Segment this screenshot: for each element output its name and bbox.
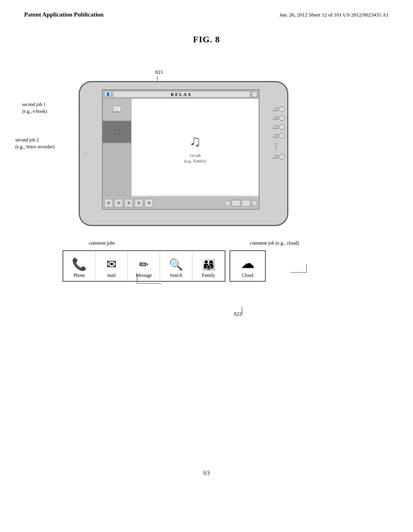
topbar-title: RELAX [113,91,250,98]
bottom-rect-2 [242,200,250,206]
header-left: Patent Application Publication [24,11,104,18]
right-btn-5 [279,154,285,160]
message-label: Message [136,273,152,278]
job-item-message: ✏ Message [128,251,160,281]
screen-topbar: 👤 RELAX [102,90,259,99]
cloud-label: Cloud [242,273,253,278]
mail-label: mail [107,273,115,278]
caption: (c) [203,470,210,476]
common-jobs-label: common jobs [89,240,115,246]
menu-label: menu [275,143,278,151]
sidebar-bottom [102,143,131,196]
screen-sidebar: 📖 🎵 [102,99,131,196]
right-btn-4 [279,133,285,139]
sidebar-book-item: 📖 [102,99,131,121]
topbar-close [252,91,257,97]
phone-icon: 📞 [72,257,87,271]
device-shell: 👤 RELAX 📖 🎵 ♫ 1st job(e.g., Fa [79,81,288,226]
job-item-search: 🔍 Search [160,251,192,281]
music-icon: ♫ [189,131,201,150]
search-icon: 🔍 [169,258,183,271]
screen-body: 📖 🎵 ♫ 1st job(e.g., Family) [102,99,259,196]
phone-label: Phone [73,273,85,278]
message-icon: ✏ [139,258,148,271]
annotation-job2: second job 2 (e.g., Voice recorder) [15,137,54,151]
rbtn-label-3: App Name [268,125,278,129]
right-buttons-group: App Name App Name App Name App Name menu [268,106,285,160]
device-left-indicator: ◁ [83,152,87,156]
cloud-job-label: common job (e.g., cloud) [250,240,299,246]
bottom-btn-1: ⊘ [104,199,113,208]
cloud-box: ☁ Cloud [229,250,266,282]
screen-main-content: ♫ 1st job(e.g., Family) [131,99,259,196]
label-822: 822 [234,311,242,317]
annotation-job1: second job 1 (e.g., e-book) [22,101,47,115]
search-label: Search [170,273,182,278]
header-right: Jan. 26, 2012 Sheet 12 of 101 US 2012/00… [280,12,389,18]
sidebar-photo-item: 🎵 [102,121,131,143]
bottom-btn-5: ⊘ [144,199,153,208]
bottom-btn-3: ⊘ [124,199,133,208]
job-label: 1st job(e.g., Family) [184,153,206,164]
common-jobs-section: 📞 Phone ✉ mail ✏ Message 🔍 Search 👨‍👩‍👧 … [63,250,266,282]
bottom-rect-1 [232,200,240,206]
right-btn-1 [279,106,285,112]
family-icon: 👨‍👩‍👧 [202,258,216,271]
device-wrapper: 👤 RELAX 📖 🎵 ♫ 1st job(e.g., Fa [79,81,288,226]
header: Patent Application Publication Jan. 26, … [0,0,413,18]
rbtn-label-1: App Name [268,107,278,112]
figure-title: FIG. 8 [0,34,413,45]
job-item-phone: 📞 Phone [63,251,96,281]
bottom-circle-2 [252,200,257,206]
right-btn-3 [279,124,285,130]
rbtn-label-2: App Name [268,116,278,121]
bottom-btn-2: ⊘ [114,199,123,208]
mail-icon: ✉ [106,257,117,271]
bottom-circle-1 [225,200,230,206]
job-item-mail: ✉ mail [96,251,128,281]
bottom-btn-4: ⊘ [134,199,143,208]
label-821: 821 [155,69,163,75]
job-item-family: 👨‍👩‍👧 Family [192,251,225,281]
rbtn-label-4: App Name [268,133,278,138]
cloud-icon: ☁ [241,255,254,271]
rbtn-label-5: App Name [268,154,278,159]
device-screen: 👤 RELAX 📖 🎵 ♫ 1st job(e.g., Fa [102,89,259,210]
screen-bottombar: ⊘ ⊘ ⊘ ⊘ ⊘ [102,196,259,209]
family-label: Family [202,273,215,278]
profile-icon: 👤 [104,91,111,98]
right-btn-2 [279,115,285,121]
jobs-box: 📞 Phone ✉ mail ✏ Message 🔍 Search 👨‍👩‍👧 … [63,250,225,282]
